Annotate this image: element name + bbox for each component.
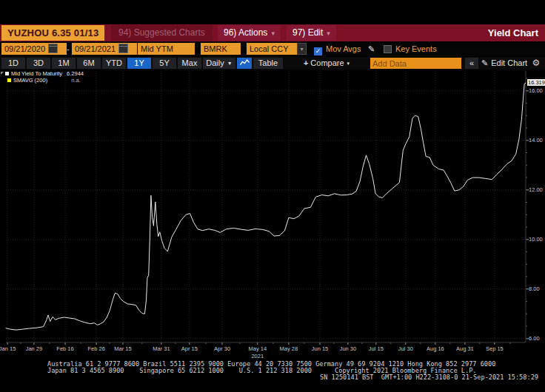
chart-legend[interactable]: Mid Yield To Maturity6.2944 SMAVG (200)n… <box>1 70 84 84</box>
settings-gear-icon-button[interactable]: ⚙ <box>530 58 542 69</box>
y-tick-label: 16.00 <box>529 88 543 94</box>
period-selector[interactable]: Daily▼ <box>203 58 235 69</box>
legend-row-2[interactable]: SMAVG (200)n.a. <box>1 77 84 84</box>
range-button-1y[interactable]: 1Y <box>127 58 151 69</box>
chart-controls-row: 09/21/2020 - 09/21/2021 Mid YTM BMRK Loc… <box>0 42 545 56</box>
series1-swatch <box>5 72 9 75</box>
mov-avgs-label: Mov Avgs <box>326 44 361 53</box>
footer-session-line: SN 1250141 BST GMT+1:00 H222-3108-0 21-S… <box>320 374 538 381</box>
x-tick-label: May 28 <box>280 345 298 352</box>
x-tick-label: Apr 30 <box>214 345 230 352</box>
y-tick-label: 6.00 <box>529 336 540 342</box>
series2-label: SMAVG (200) <box>13 77 47 84</box>
mov-avgs-checkbox[interactable]: ✓Mov Avgs <box>314 43 361 55</box>
calendar-icon[interactable] <box>118 44 128 53</box>
range-button-ytd[interactable]: YTD <box>102 58 126 69</box>
range-button-6m[interactable]: 6M <box>77 58 101 69</box>
plus-icon: + <box>304 58 308 67</box>
period-value: Daily <box>206 58 224 67</box>
calendar-icon[interactable] <box>48 44 58 53</box>
legend-row-1[interactable]: Mid Yield To Maturity6.2944 <box>1 70 84 77</box>
chevron-down-icon: ▾ <box>271 30 275 37</box>
currency-dropdown-button[interactable]: ▾ <box>297 43 307 55</box>
series1-label: Mid Yield To Maturity <box>11 70 62 77</box>
title-bar: YUZHOU 6.35 01/13 94) Suggested Charts 9… <box>0 24 545 41</box>
y-tick-label: 14.00 <box>529 138 543 143</box>
legend-collapse-icon[interactable] <box>1 72 4 75</box>
yield-chart-svg[interactable] <box>6 71 526 342</box>
x-tick-label: Aug 31 <box>456 345 474 352</box>
edit-menu-button[interactable]: 97) Edit▾ <box>287 25 336 41</box>
y-tick-label: 10.00 <box>529 237 543 243</box>
actions-label: 96) Actions <box>224 27 267 38</box>
page-title: Yield Chart <box>488 24 538 41</box>
chart-toolbar: 1D3D1M6MYTD1Y5YMax Daily▼ Table +Compare… <box>0 57 545 70</box>
series-line-mid-yield-to-maturity <box>6 83 526 330</box>
x-tick-label: Mar 31 <box>153 345 170 352</box>
chevron-down-icon: ▾ <box>347 61 350 66</box>
x-tick-label: Jul 15 <box>369 345 384 352</box>
range-button-5y[interactable]: 5Y <box>153 58 176 69</box>
chevron-down-icon: ▾ <box>327 30 330 37</box>
chevron-down-icon: ▼ <box>227 61 233 66</box>
x-tick-label: Jul 30 <box>398 345 413 352</box>
start-date-value: 09/21/2020 <box>4 44 45 53</box>
checkbox-unchecked-icon <box>384 45 392 53</box>
key-events-checkbox[interactable]: Key Events <box>384 43 437 55</box>
series2-swatch <box>7 78 11 82</box>
year-label: 2021 <box>251 353 264 359</box>
end-date-field[interactable]: 09/21/2021 <box>72 43 137 55</box>
series2-value: n.a. <box>71 77 81 84</box>
line-chart-icon <box>240 59 250 66</box>
checkbox-checked-icon: ✓ <box>314 47 322 55</box>
x-tick-label: Jun 15 <box>312 345 329 352</box>
add-data-input[interactable] <box>370 58 461 69</box>
compare-button[interactable]: +Compare▾ <box>298 58 355 69</box>
key-events-label: Key Events <box>395 44 437 53</box>
compare-label: Compare <box>310 58 344 67</box>
range-button-1d[interactable]: 1D <box>1 58 25 69</box>
terminal-screen: YUZHOU 6.35 01/13 94) Suggested Charts 9… <box>0 0 545 392</box>
range-button-3d[interactable]: 3D <box>27 58 50 69</box>
date-range-separator: - <box>67 43 70 55</box>
edit-chart-button[interactable]: ✎Edit Chart <box>481 58 527 69</box>
edit-label: 97) Edit <box>292 27 323 38</box>
x-tick-label: Jan 29 <box>26 345 43 352</box>
range-button-max[interactable]: Max <box>178 58 201 69</box>
edit-chart-label: Edit Chart <box>491 58 527 67</box>
x-tick-label: Mar 15 <box>114 345 131 352</box>
last-value-badge: 16.3197 <box>527 79 545 86</box>
pencil-icon: ✎ <box>481 58 488 67</box>
chart-region: Mid Yield To Maturity6.2944 SMAVG (200)n… <box>0 70 545 359</box>
x-tick-label: Feb 26 <box>87 345 104 352</box>
suggested-charts-button[interactable]: 94) Suggested Charts <box>111 25 213 41</box>
x-tick-label: Jan 15 <box>0 345 16 352</box>
table-button[interactable]: Table <box>253 58 283 69</box>
x-tick-label: Apr 15 <box>181 345 198 352</box>
currency-selector[interactable]: Local CCY <box>247 43 297 55</box>
line-chart-icon-button[interactable] <box>237 58 252 69</box>
field-selector[interactable]: Mid YTM <box>138 43 195 55</box>
pencil-icon[interactable]: ✎ <box>368 43 375 55</box>
x-tick-label: Aug 16 <box>427 345 444 352</box>
x-tick-label: Sep 15 <box>486 345 504 352</box>
end-date-value: 09/21/2021 <box>75 44 116 53</box>
y-tick-label: 8.00 <box>529 286 540 292</box>
security-tab[interactable]: YUZHOU 6.35 01/13 <box>1 25 104 41</box>
range-button-1m[interactable]: 1M <box>52 58 76 69</box>
actions-menu-button[interactable]: 96) Actions▾ <box>218 25 281 41</box>
x-tick-label: Feb 16 <box>56 345 73 352</box>
y-tick-label: 12.00 <box>529 187 543 193</box>
series1-value: 6.2944 <box>67 70 84 77</box>
benchmark-field[interactable]: BMRK <box>201 43 241 55</box>
x-tick-label: May 14 <box>248 345 267 352</box>
start-date-field[interactable]: 09/21/2020 <box>1 43 67 55</box>
x-tick-label: Jun 30 <box>340 345 357 352</box>
collapse-panel-button[interactable]: « <box>465 58 478 69</box>
